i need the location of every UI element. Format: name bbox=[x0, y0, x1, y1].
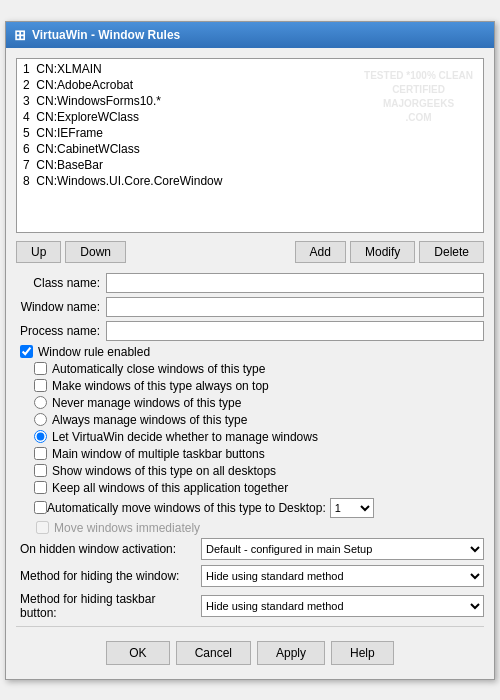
never-manage-radio[interactable] bbox=[34, 396, 47, 409]
on-hidden-label: On hidden window activation: bbox=[16, 542, 201, 556]
move-immediately-label: Move windows immediately bbox=[54, 521, 200, 535]
bottom-buttons: OK Cancel Apply Help bbox=[16, 633, 484, 669]
main-window-row: Main window of multiple taskbar buttons bbox=[16, 447, 484, 461]
keep-together-checkbox[interactable] bbox=[34, 481, 47, 494]
help-button[interactable]: Help bbox=[331, 641, 394, 665]
title-bar-text: VirtuaWin - Window Rules bbox=[32, 28, 180, 42]
title-bar-icon: ⊞ bbox=[14, 27, 26, 43]
window-rule-enabled-label: Window rule enabled bbox=[38, 345, 150, 359]
move-immediately-row: Move windows immediately bbox=[16, 521, 484, 535]
hide-window-select[interactable]: Hide using standard method bbox=[201, 565, 484, 587]
main-window-checkbox[interactable] bbox=[34, 447, 47, 460]
always-manage-row: Always manage windows of this type bbox=[16, 413, 484, 427]
auto-close-row: Automatically close windows of this type bbox=[16, 362, 484, 376]
show-all-desktops-row: Show windows of this type on all desktop… bbox=[16, 464, 484, 478]
window-rule-enabled-checkbox[interactable] bbox=[20, 345, 33, 358]
show-all-desktops-label: Show windows of this type on all desktop… bbox=[52, 464, 276, 478]
apply-button[interactable]: Apply bbox=[257, 641, 325, 665]
list-item[interactable]: 5 CN:IEFrame bbox=[21, 125, 479, 141]
list-item[interactable]: 2 CN:AdobeAcrobat bbox=[21, 77, 479, 93]
keep-together-row: Keep all windows of this application tog… bbox=[16, 481, 484, 495]
always-on-top-row: Make windows of this type always on top bbox=[16, 379, 484, 393]
window-rule-enabled-row: Window rule enabled bbox=[16, 345, 484, 359]
let-virtuawin-row: Let VirtuaWin decide whether to manage w… bbox=[16, 430, 484, 444]
move-immediately-checkbox[interactable] bbox=[36, 521, 49, 534]
down-button[interactable]: Down bbox=[65, 241, 126, 263]
title-bar: ⊞ VirtuaWin - Window Rules bbox=[6, 22, 494, 48]
up-button[interactable]: Up bbox=[16, 241, 61, 263]
process-name-row: Process name: bbox=[16, 321, 484, 341]
always-manage-label: Always manage windows of this type bbox=[52, 413, 247, 427]
list-item[interactable]: 6 CN:CabinetWClass bbox=[21, 141, 479, 157]
auto-close-label: Automatically close windows of this type bbox=[52, 362, 265, 376]
list-item[interactable]: 7 CN:BaseBar bbox=[21, 157, 479, 173]
always-on-top-checkbox[interactable] bbox=[34, 379, 47, 392]
auto-move-row: Automatically move windows of this type … bbox=[16, 498, 484, 518]
window-name-input[interactable] bbox=[106, 297, 484, 317]
modify-button[interactable]: Modify bbox=[350, 241, 415, 263]
class-name-input[interactable] bbox=[106, 273, 484, 293]
process-name-input[interactable] bbox=[106, 321, 484, 341]
separator bbox=[16, 626, 484, 627]
keep-together-label: Keep all windows of this application tog… bbox=[52, 481, 288, 495]
auto-move-label: Automatically move windows of this type … bbox=[47, 501, 326, 515]
process-name-label: Process name: bbox=[16, 324, 106, 338]
hide-window-label: Method for hiding the window: bbox=[16, 569, 201, 583]
let-virtuawin-radio[interactable] bbox=[34, 430, 47, 443]
delete-button[interactable]: Delete bbox=[419, 241, 484, 263]
hide-taskbar-select[interactable]: Hide using standard method bbox=[201, 595, 484, 617]
list-item[interactable]: 1 CN:XLMAIN bbox=[21, 61, 479, 77]
class-name-row: Class name: bbox=[16, 273, 484, 293]
list-item[interactable]: 3 CN:WindowsForms10.* bbox=[21, 93, 479, 109]
always-manage-radio[interactable] bbox=[34, 413, 47, 426]
rules-list-box[interactable]: TESTED *100% CLEAN CERTIFIED MAJORGEEKS … bbox=[16, 58, 484, 233]
desktop-dropdown[interactable]: 1234 bbox=[330, 498, 374, 518]
class-name-label: Class name: bbox=[16, 276, 106, 290]
main-window: ⊞ VirtuaWin - Window Rules TESTED *100% … bbox=[5, 21, 495, 680]
add-button[interactable]: Add bbox=[295, 241, 346, 263]
auto-close-checkbox[interactable] bbox=[34, 362, 47, 375]
never-manage-row: Never manage windows of this type bbox=[16, 396, 484, 410]
ok-button[interactable]: OK bbox=[106, 641, 169, 665]
on-hidden-select[interactable]: Default - configured in main Setup bbox=[201, 538, 484, 560]
let-virtuawin-label: Let VirtuaWin decide whether to manage w… bbox=[52, 430, 318, 444]
hide-window-row: Method for hiding the window: Hide using… bbox=[16, 565, 484, 587]
main-window-label: Main window of multiple taskbar buttons bbox=[52, 447, 265, 461]
always-on-top-label: Make windows of this type always on top bbox=[52, 379, 269, 393]
list-item[interactable]: 4 CN:ExploreWClass bbox=[21, 109, 479, 125]
show-all-desktops-checkbox[interactable] bbox=[34, 464, 47, 477]
window-name-row: Window name: bbox=[16, 297, 484, 317]
action-buttons: Up Down Add Modify Delete bbox=[16, 241, 484, 263]
list-item[interactable]: 8 CN:Windows.UI.Core.CoreWindow bbox=[21, 173, 479, 189]
auto-move-checkbox[interactable] bbox=[34, 501, 47, 514]
hide-taskbar-row: Method for hiding taskbar button: Hide u… bbox=[16, 592, 484, 620]
hide-taskbar-label: Method for hiding taskbar button: bbox=[16, 592, 201, 620]
on-hidden-row: On hidden window activation: Default - c… bbox=[16, 538, 484, 560]
never-manage-label: Never manage windows of this type bbox=[52, 396, 241, 410]
window-name-label: Window name: bbox=[16, 300, 106, 314]
cancel-button[interactable]: Cancel bbox=[176, 641, 251, 665]
